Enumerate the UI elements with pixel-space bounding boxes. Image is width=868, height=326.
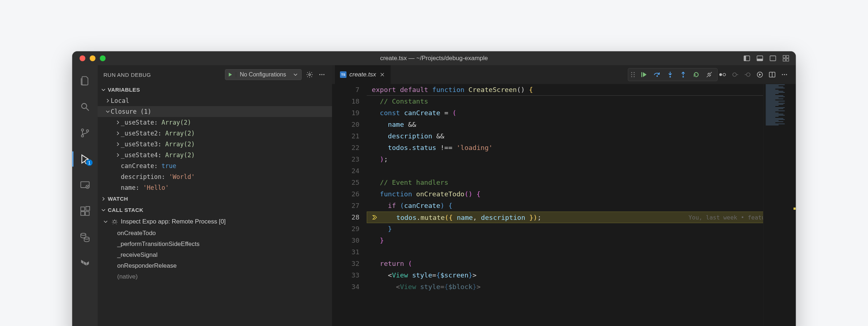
restart-button[interactable] (690, 69, 702, 80)
nav-back-button[interactable] (732, 72, 739, 77)
bug-icon (111, 218, 118, 225)
line-number[interactable]: 23 (332, 154, 359, 165)
line-number[interactable]: 27 (332, 200, 359, 212)
variables-section-header[interactable]: Variables (98, 84, 332, 95)
stack-frame[interactable]: onResponderRelease (98, 260, 332, 271)
scope-label: Local (111, 97, 129, 104)
minimap[interactable] (763, 84, 796, 326)
var-row[interactable]: description: 'World' (98, 171, 332, 182)
var-row[interactable]: name: 'Hello' (98, 182, 332, 193)
svg-point-27 (319, 74, 320, 75)
editor-more-button[interactable] (781, 71, 788, 78)
stack-frame[interactable]: onCreateTodo (98, 228, 332, 239)
database-icon (80, 232, 90, 242)
activity-source-control[interactable] (72, 121, 98, 145)
activity-extensions[interactable] (72, 199, 98, 223)
svg-rect-20 (81, 207, 85, 211)
line-number[interactable]: 33 (332, 269, 359, 281)
line-number[interactable]: 34 (332, 281, 359, 293)
var-row[interactable]: _useState3: Array(2) (98, 139, 332, 150)
svg-point-13 (81, 135, 84, 137)
line-number[interactable]: 26 (332, 188, 359, 200)
callstack-process[interactable]: Inspect Expo app: Remote Process [0] (98, 216, 332, 228)
toggle-panel-icon[interactable] (756, 54, 764, 62)
var-row[interactable]: _useState2: Array(2) (98, 128, 332, 139)
nav-forward-button[interactable] (744, 72, 751, 77)
run-button[interactable] (757, 71, 763, 78)
line-number[interactable]: 20 (332, 119, 359, 130)
chevron-right-icon (115, 131, 121, 135)
zoom-window-button[interactable] (100, 55, 106, 61)
line-number[interactable]: 31 (332, 246, 359, 258)
line-number[interactable]: 32 (332, 258, 359, 269)
callstack-label: Call Stack (108, 207, 143, 213)
activity-terraform[interactable] (72, 251, 98, 275)
open-launch-json-button[interactable] (305, 71, 314, 78)
debug-toolbar[interactable] (628, 68, 718, 81)
line-number[interactable]: 22 (332, 142, 359, 154)
toggle-primary-sidebar-icon[interactable] (743, 54, 751, 62)
step-out-button[interactable] (677, 69, 689, 80)
var-row[interactable]: canCreate: true (98, 160, 332, 171)
svg-point-24 (81, 233, 86, 235)
breakpoints-icon (719, 72, 726, 78)
scope-label: Closure (1) (111, 108, 152, 115)
code-content[interactable]: export default function CreateScreen() {… (367, 84, 796, 326)
titlebar-layout-controls (743, 54, 790, 62)
start-debug-button[interactable] (225, 72, 236, 77)
debug-more-button[interactable] (318, 71, 326, 78)
process-label: Inspect Expo app: Remote Process [0] (121, 218, 226, 225)
close-tab-button[interactable] (379, 72, 386, 77)
files-icon (80, 76, 90, 86)
svg-point-32 (634, 72, 635, 73)
line-number[interactable]: 30 (332, 235, 359, 246)
stack-frame[interactable]: (native) (98, 271, 332, 282)
continue-button[interactable] (638, 69, 650, 80)
more-icon (319, 71, 325, 78)
line-number[interactable]: 21 (332, 130, 359, 142)
svg-rect-3 (757, 59, 763, 61)
line-number[interactable]: 25 (332, 177, 359, 188)
line-number[interactable]: 19 (332, 107, 359, 119)
line-gutter[interactable]: 7 18 19 20 21 22 23 24 25 26 27 28 29 30… (332, 84, 367, 326)
code-area[interactable]: 7 18 19 20 21 22 23 24 25 26 27 28 29 30… (332, 84, 796, 326)
close-window-button[interactable] (80, 55, 85, 61)
watch-section-header[interactable]: Watch (98, 193, 332, 204)
svg-point-26 (309, 74, 311, 76)
watch-label: Watch (108, 196, 128, 202)
line-number[interactable]: 24 (332, 165, 359, 177)
variables-label: Variables (108, 87, 140, 93)
exec-inline-icon (372, 215, 377, 220)
minimize-window-button[interactable] (90, 55, 95, 61)
scope-closure[interactable]: Closure (1) (98, 106, 332, 117)
toggle-secondary-sidebar-icon[interactable] (769, 54, 777, 62)
drag-handle-icon[interactable] (630, 71, 635, 78)
activity-remote-explorer[interactable] (72, 173, 98, 197)
disconnect-button[interactable] (703, 69, 715, 80)
remote-explorer-icon (80, 180, 90, 190)
step-over-button[interactable] (651, 69, 663, 80)
activity-db[interactable] (72, 225, 98, 249)
customize-layout-icon[interactable] (782, 54, 790, 62)
titlebar[interactable]: create.tsx — ~/Projects/debug-example (72, 51, 796, 65)
breakpoint-toggle-button[interactable] (719, 72, 726, 78)
split-editor-button[interactable] (769, 71, 775, 78)
step-into-button[interactable] (664, 69, 676, 80)
debug-config-select[interactable]: No Configurations (225, 69, 302, 80)
line-number[interactable]: 7 (332, 84, 359, 96)
stack-frame[interactable]: _receiveSignal (98, 250, 332, 260)
svg-point-48 (782, 74, 783, 75)
line-number[interactable]: 29 (332, 223, 359, 235)
editor-tab[interactable]: TS create.tsx (335, 65, 391, 84)
callstack-section-header[interactable]: Call Stack (98, 204, 332, 216)
activity-run-debug[interactable]: 1 (72, 147, 98, 171)
stack-frame[interactable]: _performTransitionSideEffects (98, 239, 332, 250)
var-row[interactable]: _useState4: Array(2) (98, 150, 332, 160)
activity-explorer[interactable] (72, 69, 98, 93)
activity-search[interactable] (72, 95, 98, 119)
line-number[interactable]: 18 (332, 96, 359, 107)
line-number[interactable]: 28 (332, 212, 359, 223)
scope-local[interactable]: Local (98, 95, 332, 106)
var-row[interactable]: _useState: Array(2) (98, 117, 332, 128)
callstack-list: Inspect Expo app: Remote Process [0] onC… (98, 216, 332, 282)
